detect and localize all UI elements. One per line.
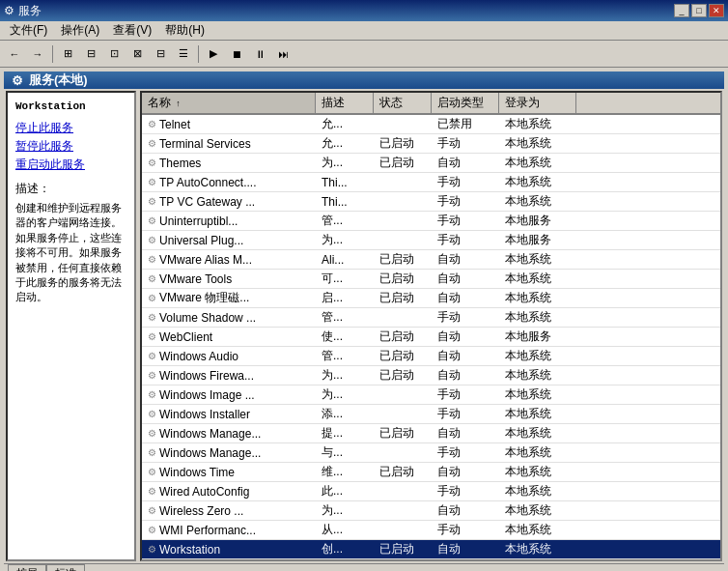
table-row[interactable]: ⚙ VMware Tools 可... 已启动 自动 本地系统	[142, 270, 720, 289]
toolbar: ← → ⊞ ⊟ ⊡ ⊠ ⊟ ☰ ▶ ⏹ ⏸ ⏭	[0, 41, 728, 68]
restart-button[interactable]: ⏭	[272, 43, 294, 65]
service-name-cell: Volume Shadow ...	[159, 311, 256, 325]
stop-service-link[interactable]: 停止此服务	[15, 120, 126, 136]
menu-view[interactable]: 查看(V)	[107, 20, 157, 41]
table-row[interactable]: ⚙ WMI Performanc... 从... 手动 本地系统	[142, 521, 720, 540]
services-table[interactable]: 名称 ↑ 描述 状态 启动类型 登录为 ⚙ Telnet 允... 已禁用 本地…	[142, 93, 720, 559]
service-startup: 自动	[432, 154, 499, 172]
table-row[interactable]: ⚙ Workstation 创... 已启动 自动 本地系统	[142, 540, 720, 559]
service-logon: 本地系统	[499, 424, 576, 443]
service-logon: 本地系统	[499, 289, 576, 307]
app-icon: ⚙	[4, 4, 14, 17]
service-desc: 管...	[316, 308, 374, 327]
service-logon: 本地系统	[499, 540, 576, 558]
service-name-cell: Windows Audio	[159, 350, 238, 363]
table-row[interactable]: ⚙ TP VC Gateway ... Thi... 手动 本地系统	[142, 192, 720, 212]
service-icon: ⚙	[148, 119, 156, 129]
table-row[interactable]: ⚙ Windows Manage... 与... 手动 本地系统	[142, 443, 720, 463]
table-row[interactable]: ⚙ VMware Alias M... Ali... 已启动 自动 本地系统	[142, 250, 720, 270]
menu-action[interactable]: 操作(A)	[55, 20, 105, 41]
table-row[interactable]: ⚙ Windows Manage... 提... 已启动 自动 本地系统	[142, 424, 720, 443]
service-logon: 本地系统	[499, 443, 576, 462]
view-btn-3[interactable]: ⊡	[103, 43, 125, 65]
pause-service-link[interactable]: 暂停此服务	[15, 138, 126, 155]
service-desc: 为...	[316, 366, 374, 385]
col-startup[interactable]: 启动类型	[432, 93, 499, 113]
minimize-button[interactable]: _	[674, 4, 689, 17]
service-logon: 本地系统	[499, 482, 576, 500]
table-row[interactable]: ⚙ Volume Shadow ... 管... 手动 本地系统	[142, 308, 720, 328]
service-name-cell: WebClient	[159, 330, 212, 344]
service-name-cell: VMware Tools	[159, 272, 232, 286]
table-row[interactable]: ⚙ WebClient 使... 已启动 自动 本地服务	[142, 328, 720, 347]
service-icon: ⚙	[148, 370, 156, 381]
maximize-button[interactable]: □	[691, 4, 707, 17]
service-icon: ⚙	[148, 235, 156, 245]
service-logon: 本地系统	[499, 270, 576, 288]
service-name: Workstation	[15, 100, 126, 112]
service-icon: ⚙	[148, 331, 156, 342]
service-status: 已启动	[374, 463, 432, 481]
service-desc: 允...	[316, 134, 374, 153]
table-row[interactable]: ⚙ Wired AutoConfig 此... 手动 本地系统	[142, 482, 720, 501]
service-status	[374, 405, 432, 423]
col-logon[interactable]: 登录为	[499, 93, 576, 113]
service-startup: 自动	[432, 347, 499, 365]
service-desc: 管...	[316, 212, 374, 230]
restart-service-link[interactable]: 重启动此服务	[15, 157, 126, 173]
service-icon: ⚙	[148, 138, 156, 149]
view-btn-4[interactable]: ⊠	[126, 43, 148, 65]
forward-button[interactable]: →	[27, 43, 48, 65]
menu-file[interactable]: 文件(F)	[4, 20, 53, 41]
menu-help[interactable]: 帮助(H)	[159, 20, 210, 41]
service-status	[374, 521, 432, 539]
service-desc: 为...	[316, 231, 374, 249]
service-startup: 手动	[432, 308, 499, 327]
table-row[interactable]: ⚙ Terminal Services 允... 已启动 手动 本地系统	[142, 134, 720, 154]
table-row[interactable]: ⚙ Windows Image ... 为... 手动 本地系统	[142, 385, 720, 405]
service-icon: ⚙	[148, 215, 156, 226]
col-desc[interactable]: 描述	[316, 93, 374, 113]
view-btn-2[interactable]: ⊟	[80, 43, 101, 65]
service-logon: 本地服务	[499, 212, 576, 230]
table-row[interactable]: ⚙ Windows Installer 添... 手动 本地系统	[142, 405, 720, 424]
service-desc: 管...	[316, 347, 374, 365]
table-row[interactable]: ⚙ Windows Firewa... 为... 已启动 自动 本地系统	[142, 366, 720, 385]
table-row[interactable]: ⚙ Windows Time 维... 已启动 自动 本地系统	[142, 463, 720, 482]
back-button[interactable]: ←	[4, 43, 25, 65]
service-status	[374, 443, 432, 462]
tab-expand[interactable]: 扩展	[8, 564, 46, 571]
content-header-icon: ⚙	[12, 73, 23, 88]
stop-button[interactable]: ⏹	[226, 43, 247, 65]
service-status	[374, 115, 432, 133]
service-desc: 为...	[316, 154, 374, 172]
table-row[interactable]: ⚙ TP AutoConnect.... Thi... 手动 本地系统	[142, 173, 720, 192]
service-icon: ⚙	[148, 505, 156, 516]
table-row[interactable]: ⚙ Uninterruptibl... 管... 手动 本地服务	[142, 212, 720, 231]
service-desc: 此...	[316, 482, 374, 500]
service-logon: 本地系统	[499, 134, 576, 153]
play-button[interactable]: ▶	[203, 43, 224, 65]
pause-button[interactable]: ⏸	[249, 43, 270, 65]
service-desc: 使...	[316, 328, 374, 346]
table-row[interactable]: ⚙ Telnet 允... 已禁用 本地系统	[142, 115, 720, 134]
service-desc: 为...	[316, 385, 374, 404]
table-row[interactable]: ⚙ Universal Plug... 为... 手动 本地服务	[142, 231, 720, 250]
service-logon: 本地系统	[499, 115, 576, 133]
view-btn-5[interactable]: ⊟	[150, 43, 171, 65]
service-status: 已启动	[374, 424, 432, 443]
table-row[interactable]: ⚙ VMware 物理磁... 启... 已启动 自动 本地系统	[142, 289, 720, 308]
col-name[interactable]: 名称 ↑	[142, 93, 316, 113]
service-logon: 本地系统	[499, 308, 576, 327]
close-button[interactable]: ✕	[709, 4, 724, 17]
service-desc: 从...	[316, 521, 374, 539]
table-row[interactable]: ⚙ Windows Audio 管... 已启动 自动 本地系统	[142, 347, 720, 366]
service-status: 已启动	[374, 289, 432, 307]
view-btn-1[interactable]: ⊞	[57, 43, 78, 65]
table-row[interactable]: ⚙ Wireless Zero ... 为... 自动 本地系统	[142, 501, 720, 521]
tab-standard[interactable]: 标准	[46, 564, 85, 571]
table-row[interactable]: ⚙ Themes 为... 已启动 自动 本地系统	[142, 154, 720, 173]
service-name-cell: Windows Firewa...	[159, 369, 254, 383]
view-btn-6[interactable]: ☰	[173, 43, 194, 65]
col-status[interactable]: 状态	[374, 93, 432, 113]
